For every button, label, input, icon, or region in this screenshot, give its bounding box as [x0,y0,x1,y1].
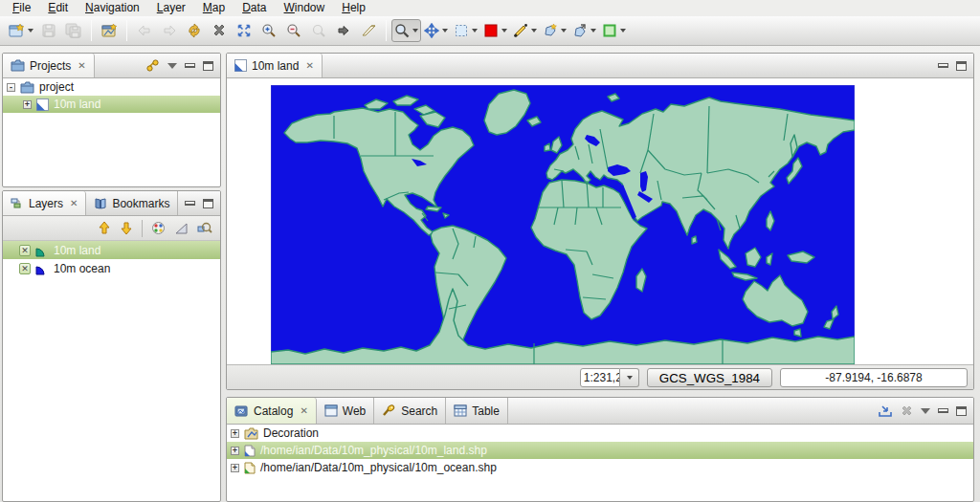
stop-render-button[interactable] [207,19,232,42]
zoom-in-button[interactable] [256,19,281,42]
zoom-to-layer-icon[interactable] [197,221,212,235]
tab-projects[interactable]: Projects ✕ [3,54,95,77]
pan-tool-button[interactable] [421,19,451,42]
style-triangle-icon[interactable] [174,222,189,235]
revert-button[interactable] [356,19,381,42]
zoom-selection-button[interactable] [306,19,331,42]
scale-value[interactable]: 1:231,2 [580,368,620,387]
maximize-icon[interactable] [203,61,213,71]
udig-window: File Edit Navigation Layer Map Data Wind… [0,0,980,502]
maximize-icon[interactable] [956,61,967,71]
toolbar-separator [126,20,127,41]
minimize-icon[interactable] [938,63,948,68]
collapse-icon[interactable]: - [7,83,15,92]
tree-row-10m-land[interactable]: + 10m land [3,96,220,113]
forward-arrow-icon [162,23,177,38]
select-tool-button[interactable] [451,19,480,42]
expand-icon[interactable]: + [231,464,239,472]
add-geometry-tool-button[interactable] [540,19,569,42]
catalog-row-10m-ocean-shp[interactable]: + /home/ian/Data/10m_physical/10m_ocean.… [227,459,973,476]
layer-row-10m-land[interactable]: ✕ 10m land [3,241,220,259]
zoom-in-icon [261,23,277,38]
menu-map[interactable]: Map [195,0,233,16]
tab-10m-land-editor[interactable]: 10m land ✕ [227,54,323,77]
decoration-folder-icon [244,427,258,440]
import-icon[interactable] [878,404,893,418]
move-geometry-tool-button[interactable] [569,19,599,42]
minimize-icon[interactable] [185,201,195,206]
move-layer-up-icon[interactable] [98,221,111,235]
new-wizard-button[interactable] [6,19,36,42]
new-map-button[interactable] [97,19,122,42]
zoom-tool-button[interactable] [391,19,421,42]
tab-catalog[interactable]: Catalog ✕ [227,398,317,424]
save-button[interactable] [36,19,61,42]
menu-window[interactable]: Window [277,0,333,16]
tab-search[interactable]: Search [374,398,446,424]
menu-data[interactable]: Data [234,0,274,16]
save-all-button[interactable] [61,19,86,42]
edit-vertex-tool-button[interactable] [510,19,540,42]
tab-layers[interactable]: Layers ✕ [3,191,86,215]
catalog-close-icon[interactable]: ✕ [300,405,307,416]
map-canvas[interactable] [271,85,855,364]
crs-button[interactable]: GCS_WGS_1984 [647,368,772,387]
move-layer-down-icon[interactable] [120,221,133,235]
view-menu-icon[interactable] [921,408,930,414]
editor-tab-label: 10m land [252,59,299,73]
back-button[interactable] [132,19,157,42]
remove-icon[interactable] [901,404,913,417]
style-palette-icon[interactable] [151,221,166,235]
menu-layer[interactable]: Layer [149,0,193,16]
shapefile-icon [244,462,256,474]
layer-row-10m-ocean[interactable]: ✕ 10m ocean [3,259,220,277]
scale-dropdown-button[interactable] [620,368,639,387]
projects-view-header: Projects ✕ [3,54,220,78]
catalog-tab-label: Catalog [254,404,293,418]
tab-web[interactable]: Web [317,398,374,424]
editor-close-icon[interactable]: ✕ [305,60,313,71]
link-editor-icon[interactable] [146,59,160,73]
tree-row-project[interactable]: - project [3,78,220,96]
expand-icon[interactable]: + [231,447,239,455]
catalog-row-decoration[interactable]: + Decoration [227,425,973,442]
new-wizard-icon [9,23,25,38]
expand-icon[interactable]: + [231,429,239,438]
menu-file[interactable]: File [5,0,38,16]
tab-bookmarks[interactable]: Bookmarks [86,191,178,215]
minimize-icon[interactable] [185,63,195,68]
forward-button[interactable] [157,19,182,42]
layer-visible-checkbox[interactable]: ✕ [19,245,31,256]
menu-edit[interactable]: Edit [40,0,76,16]
view-menu-icon[interactable] [167,63,177,69]
projects-close-icon[interactable]: ✕ [78,60,85,71]
expand-icon[interactable]: + [23,100,32,109]
zoom-out-button[interactable] [281,19,306,42]
draw-rect-tool-button[interactable] [599,19,629,42]
eraser-icon [361,23,377,38]
toolbar-separator [91,20,92,41]
catalog-row-10m-land-shp[interactable]: + /home/ian/Data/10m_physical/10m_land.s… [227,442,973,459]
coordinates-readout[interactable]: -87.9194, -16.6878 [780,368,968,387]
tab-table[interactable]: Table [446,398,508,424]
style-tool-button[interactable] [480,19,510,42]
refresh-button[interactable] [182,19,207,42]
project-folder-icon [20,81,34,94]
commit-button[interactable] [331,19,356,42]
menu-help[interactable]: Help [334,0,373,16]
maximize-icon[interactable] [203,199,213,208]
zoom-extent-button[interactable] [232,19,256,42]
scale-combo[interactable]: 1:231,2 [580,368,639,387]
layer-label: 10m ocean [54,262,116,275]
layers-icon [11,197,24,209]
maximize-icon[interactable] [956,406,967,416]
layers-close-icon[interactable]: ✕ [70,198,78,208]
layer-visible-checkbox[interactable]: ✕ [19,263,31,274]
layers-toolbar [3,216,220,241]
minimize-icon[interactable] [938,408,948,413]
toolbar-separator [386,20,387,41]
layers-view: Layers ✕ Bookmarks ✕ [2,190,221,502]
table-tab-label: Table [472,404,500,418]
menu-navigation[interactable]: Navigation [78,0,147,16]
zoom-selection-icon [311,23,326,38]
